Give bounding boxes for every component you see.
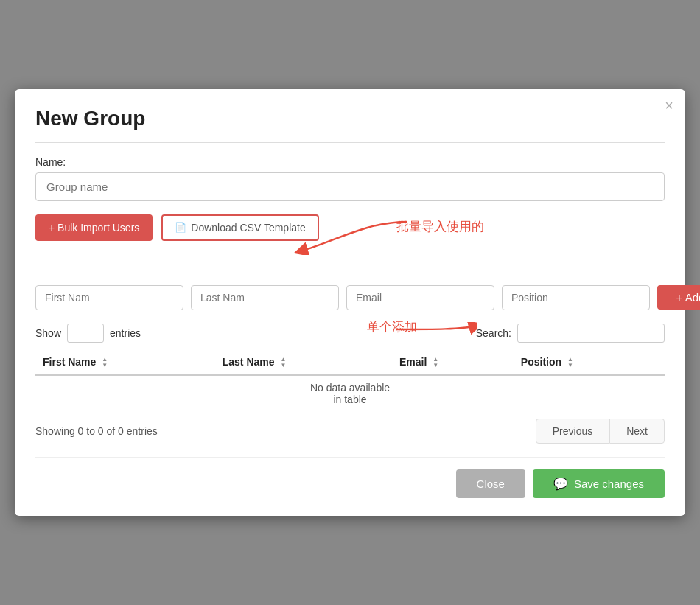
csv-template-button[interactable]: 📄 Download CSV Template xyxy=(161,214,318,241)
entries-count-input[interactable]: 10 xyxy=(67,324,104,343)
table-controls: Show 10 entries Search: xyxy=(35,324,665,343)
table-footer: Showing 0 to 0 of 0 entries Previous Nex… xyxy=(35,419,665,444)
previous-button[interactable]: Previous xyxy=(536,419,609,444)
col-position[interactable]: Position ▲▼ xyxy=(514,350,665,375)
divider xyxy=(35,142,665,143)
col-last-name[interactable]: Last Name ▲▼ xyxy=(215,350,392,375)
table-head: First Name ▲▼ Last Name ▲▼ Email ▲▼ Posi… xyxy=(35,350,665,375)
csv-label: Download CSV Template xyxy=(191,222,305,234)
col-position-label: Position xyxy=(521,356,561,368)
pagination: Previous Next xyxy=(536,419,665,444)
show-label: Show xyxy=(35,327,61,339)
save-label: Save changes xyxy=(574,478,644,490)
save-button[interactable]: 💬 Save changes xyxy=(533,469,665,498)
add-user-row: + Add xyxy=(35,285,665,310)
last-name-input[interactable] xyxy=(191,285,339,310)
sort-icon-email: ▲▼ xyxy=(433,357,438,368)
add-button[interactable]: + Add xyxy=(657,285,700,310)
close-button[interactable]: Close xyxy=(456,469,525,498)
search-input[interactable] xyxy=(517,324,665,343)
position-input[interactable] xyxy=(502,285,650,310)
col-first-name[interactable]: First Name ▲▼ xyxy=(35,350,215,375)
col-email[interactable]: Email ▲▼ xyxy=(392,350,514,375)
first-name-input[interactable] xyxy=(35,285,183,310)
name-label: Name: xyxy=(35,156,665,168)
action-row: + Bulk Import Users 📄 Download CSV Templ… xyxy=(35,214,665,241)
table-row: No data availablein table xyxy=(35,375,665,411)
page-title: New Group xyxy=(35,107,665,130)
group-name-input[interactable] xyxy=(35,172,665,201)
next-button[interactable]: Next xyxy=(609,419,665,444)
modal-footer: Close 💬 Save changes xyxy=(35,457,665,498)
bulk-import-button[interactable]: + Bulk Import Users xyxy=(35,214,153,241)
sort-icon-lastname: ▲▼ xyxy=(280,357,286,368)
close-icon[interactable]: × xyxy=(665,98,673,113)
sort-icon-position: ▲▼ xyxy=(567,357,573,368)
wechat-icon: 💬 xyxy=(553,477,568,491)
search-row: Search: xyxy=(476,324,665,343)
table-body: No data availablein table xyxy=(35,375,665,411)
entries-label: entries xyxy=(110,327,141,339)
overlay: × New Group Name: + Bulk Import Users 📄 … xyxy=(0,0,700,605)
sort-icon-firstname: ▲▼ xyxy=(102,357,108,368)
show-entries-row: Show 10 entries xyxy=(35,324,141,343)
col-last-name-label: Last Name xyxy=(223,356,275,368)
email-input[interactable] xyxy=(346,285,494,310)
search-label: Search: xyxy=(476,327,511,339)
col-email-label: Email xyxy=(399,356,427,368)
showing-text: Showing 0 to 0 of 0 entries xyxy=(35,425,158,437)
file-icon: 📄 xyxy=(175,222,186,233)
modal: × New Group Name: + Bulk Import Users 📄 … xyxy=(15,89,685,516)
no-data-cell: No data availablein table xyxy=(35,375,665,411)
col-first-name-label: First Name xyxy=(43,356,96,368)
data-table: First Name ▲▼ Last Name ▲▼ Email ▲▼ Posi… xyxy=(35,350,665,411)
